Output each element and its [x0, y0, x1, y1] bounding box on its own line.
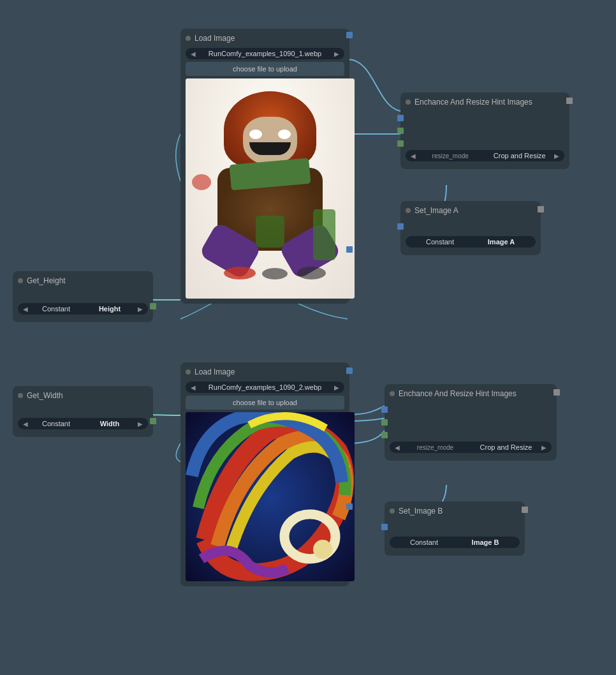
enhance-resize-2-dot — [390, 391, 395, 396]
load-image-1-connector-bottom[interactable] — [346, 246, 353, 253]
set-image-a-label: Set_Image A — [414, 206, 458, 215]
enhance-resize-2-left-top[interactable] — [381, 406, 388, 413]
resize2-mode-next[interactable]: ▶ — [541, 444, 546, 451]
get-width-label: Get_Width — [27, 391, 63, 400]
enhance-resize-1-title: Enchance And Resize Hint Images — [406, 98, 564, 107]
load-image-1-connector-top[interactable] — [346, 32, 353, 38]
width-const: Constant — [31, 420, 82, 427]
set-image-b-value: Image B — [456, 538, 515, 546]
load-image-2-label: Load Image — [194, 367, 235, 376]
set-image-b-right[interactable] — [522, 507, 528, 513]
enhance-resize-1-left-top[interactable] — [397, 115, 404, 121]
load-image-1-filename: RunComfy_examples_1090_1.webp — [198, 50, 332, 57]
load-image-2-preview — [186, 412, 355, 581]
set-image-a-title: Set_Image A — [406, 206, 536, 215]
get-width-right-connector[interactable] — [150, 418, 156, 424]
set-image-b-label: Set_Image B — [399, 507, 443, 516]
load-image-1-title: Load Image — [186, 34, 344, 43]
set-image-b-left[interactable] — [381, 524, 388, 530]
get-height-label: Get_Height — [27, 276, 66, 285]
load-image-2-title: Load Image — [186, 367, 344, 376]
height-next[interactable]: ▶ — [138, 306, 143, 313]
set-image-a-right-connector[interactable] — [538, 206, 544, 212]
get-height-title: Get_Height — [18, 276, 148, 285]
load-image-1-preview — [186, 78, 355, 299]
height-prev[interactable]: ◀ — [23, 306, 28, 313]
get-height-node: Get_Height ◀ Constant Height ▶ — [13, 271, 153, 322]
get-width-node: Get_Width ◀ Constant Width ▶ — [13, 386, 153, 437]
set-image-b-title: Set_Image B — [390, 507, 520, 516]
set-image-a-value: Image A — [472, 238, 531, 246]
file-next-arrow[interactable]: ▶ — [334, 50, 339, 57]
enhance-resize-2-title: Enchance And Resize Hint Images — [390, 389, 552, 398]
get-height-control[interactable]: ◀ Constant Height ▶ — [18, 303, 148, 315]
width-value: Width — [84, 420, 135, 427]
enhance-resize-1-dot — [406, 100, 411, 105]
set-image-a-control[interactable]: Constant Image A — [406, 236, 536, 248]
load-image-1-upload-btn[interactable]: choose file to upload — [186, 62, 344, 76]
enhance-resize-1-label: Enchance And Resize Hint Images — [414, 98, 532, 107]
load-image-2-dot — [186, 369, 191, 375]
width-next[interactable]: ▶ — [138, 420, 143, 427]
get-height-right-connector[interactable] — [150, 303, 156, 309]
enhance-resize-2-node: Enchance And Resize Hint Images ◀ resize… — [385, 384, 557, 461]
load-image-1-file-control[interactable]: ◀ RunComfy_examples_1090_1.webp ▶ — [186, 48, 344, 59]
enhance-resize-1-right-connector[interactable] — [566, 98, 573, 104]
get-width-control[interactable]: ◀ Constant Width ▶ — [18, 418, 148, 429]
load-image-1-label: Load Image — [194, 34, 235, 43]
resize2-mode-prev[interactable]: ◀ — [395, 444, 400, 451]
enhance-resize-1-node: Enchance And Resize Hint Images ◀ resize… — [400, 93, 569, 169]
set-image-b-control[interactable]: Constant Image B — [390, 537, 520, 548]
set-image-b-dot — [390, 508, 395, 514]
load-image-2-filename: RunComfy_examples_1090_2.webp — [198, 383, 332, 391]
file-prev-arrow[interactable]: ◀ — [191, 50, 196, 57]
resize-mode-next[interactable]: ▶ — [554, 152, 559, 159]
resize-mode-value: Crop and Resize — [488, 152, 552, 159]
resize2-mode-value: Crop and Resize — [473, 443, 539, 451]
file2-prev-arrow[interactable]: ◀ — [191, 384, 196, 391]
load-image-1-dot — [186, 36, 191, 41]
set-image-b-node: Set_Image B Constant Image B — [385, 501, 525, 556]
load-image-2-node: Load Image ◀ RunComfy_examples_1090_2.we… — [180, 362, 349, 586]
enhance-resize-2-mode-control[interactable]: ◀ resize_mode Crop and Resize ▶ — [390, 441, 552, 453]
resize-mode-prev[interactable]: ◀ — [411, 152, 416, 159]
svg-point-2 — [313, 540, 332, 559]
set-image-a-dot — [406, 208, 411, 213]
file2-next-arrow[interactable]: ▶ — [334, 384, 339, 391]
height-value: Height — [84, 305, 135, 313]
enhance-resize-2-label: Enchance And Resize Hint Images — [399, 389, 517, 398]
enhance-resize-1-left-mid[interactable] — [397, 128, 404, 134]
load-image-1-node: Load Image ◀ RunComfy_examples_1090_1.we… — [180, 29, 349, 304]
get-width-dot — [18, 393, 23, 398]
set-image-a-const: Constant — [411, 238, 469, 246]
enhance-resize-2-left-mid[interactable] — [381, 419, 388, 426]
width-prev[interactable]: ◀ — [23, 420, 28, 427]
get-height-dot — [18, 278, 23, 283]
get-width-title: Get_Width — [18, 391, 148, 400]
load-image-2-right-bot[interactable] — [346, 503, 353, 510]
enhance-resize-1-left-bot[interactable] — [397, 140, 404, 147]
enhance-resize-2-right[interactable] — [554, 389, 560, 396]
load-image-2-upload-btn[interactable]: choose file to upload — [186, 396, 344, 410]
resize-mode-label: resize_mode — [418, 152, 483, 159]
resize2-mode-label: resize_mode — [402, 444, 468, 451]
enhance-resize-2-left-bot[interactable] — [381, 432, 388, 438]
enhance-resize-1-mode-control[interactable]: ◀ resize_mode Crop and Resize ▶ — [406, 150, 564, 161]
set-image-b-const: Constant — [395, 538, 453, 546]
set-image-a-left[interactable] — [397, 223, 404, 230]
load-image-2-file-control[interactable]: ◀ RunComfy_examples_1090_2.webp ▶ — [186, 382, 344, 393]
height-const: Constant — [31, 305, 82, 313]
load-image-2-right-top[interactable] — [346, 367, 353, 374]
set-image-a-node: Set_Image A Constant Image A — [400, 201, 541, 255]
